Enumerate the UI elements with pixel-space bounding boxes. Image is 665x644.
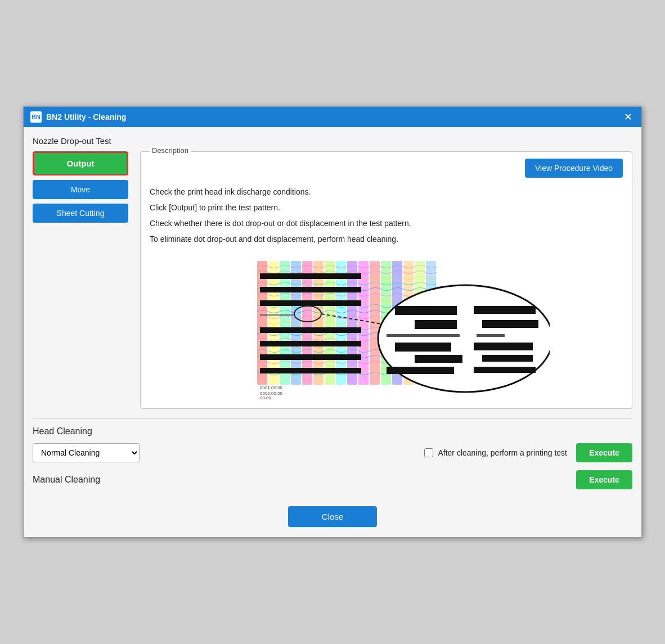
window-close-button[interactable]: ✕	[622, 112, 635, 122]
svg-rect-21	[260, 341, 361, 346]
svg-rect-38	[474, 367, 536, 373]
svg-rect-20	[260, 327, 361, 333]
svg-rect-18	[260, 300, 361, 306]
svg-rect-23	[260, 368, 361, 373]
svg-rect-17	[260, 287, 361, 292]
svg-rect-31	[415, 355, 462, 363]
after-cleaning-checkbox-label[interactable]: After cleaning, perform a printing test	[424, 448, 567, 457]
description-box: Description View Procedure Video Check t…	[140, 151, 632, 408]
desc-line1: Check the print head ink discharge condi…	[150, 186, 623, 199]
manual-cleaning-title: Manual Cleaning	[33, 475, 100, 485]
head-cleaning-section: Head Cleaning Normal Cleaning Powerful C…	[33, 426, 632, 462]
nozzle-section-title: Nozzle Drop-out Test	[33, 136, 632, 146]
svg-rect-16	[260, 273, 361, 279]
left-panel: Output Move Sheet Cutting	[33, 151, 131, 408]
description-text: Check the print head ink discharge condi…	[150, 186, 623, 246]
cleaning-type-dropdown[interactable]: Normal Cleaning Powerful Cleaning Ultra …	[33, 443, 140, 462]
svg-point-26	[378, 285, 550, 392]
svg-rect-34	[482, 320, 538, 328]
manual-cleaning-row: Manual Cleaning Execute	[33, 470, 632, 489]
window-body: Nozzle Drop-out Test Output Move Sheet C…	[24, 127, 641, 498]
svg-rect-35	[477, 334, 505, 337]
view-procedure-video-button[interactable]: View Procedure Video	[525, 159, 623, 178]
main-window: BN BN2 Utility - Cleaning ✕ Nozzle Drop-…	[23, 106, 642, 537]
move-button[interactable]: Move	[33, 180, 128, 199]
svg-rect-36	[474, 343, 533, 350]
svg-rect-22	[260, 354, 361, 360]
svg-rect-30	[395, 343, 451, 352]
svg-rect-32	[387, 367, 454, 374]
svg-rect-28	[415, 320, 457, 329]
svg-rect-33	[474, 306, 536, 314]
desc-line4: To eliminate dot drop-out and dot displa…	[150, 233, 623, 246]
svg-rect-37	[482, 355, 533, 362]
svg-rect-27	[395, 306, 457, 315]
description-label: Description	[150, 146, 191, 155]
test-pattern-diagram: 0001:00:00 0002:00:00 00:00	[223, 255, 550, 402]
cleaning-row: Normal Cleaning Powerful Cleaning Ultra …	[33, 443, 632, 462]
desc-line3: Check whether there is dot drop-out or d…	[150, 217, 623, 231]
diagram-area: 0001:00:00 0002:00:00 00:00	[150, 255, 623, 402]
section-divider	[33, 418, 632, 418]
manual-cleaning-execute-button[interactable]: Execute	[576, 470, 632, 489]
output-button[interactable]: Output	[33, 151, 128, 175]
svg-text:00:00: 00:00	[260, 395, 272, 400]
app-icon: BN	[30, 111, 42, 123]
svg-text:0001:00:00: 0001:00:00	[260, 385, 283, 390]
after-cleaning-checkbox[interactable]	[424, 448, 433, 457]
window-title: BN2 Utility - Cleaning	[46, 112, 126, 121]
sheet-cutting-button[interactable]: Sheet Cutting	[33, 204, 128, 223]
top-area: Output Move Sheet Cutting Description Vi…	[33, 151, 632, 408]
bottom-bar: Close	[24, 498, 641, 537]
title-bar-left: BN BN2 Utility - Cleaning	[30, 111, 126, 123]
svg-rect-29	[387, 334, 460, 337]
head-cleaning-title: Head Cleaning	[33, 426, 632, 436]
title-bar: BN BN2 Utility - Cleaning ✕	[24, 107, 641, 127]
svg-rect-19	[260, 314, 294, 316]
desc-line2: Click [Output] to print the test pattern…	[150, 201, 623, 215]
close-button[interactable]: Close	[288, 506, 377, 527]
head-cleaning-execute-button[interactable]: Execute	[576, 443, 632, 462]
after-cleaning-text: After cleaning, perform a printing test	[438, 448, 567, 457]
